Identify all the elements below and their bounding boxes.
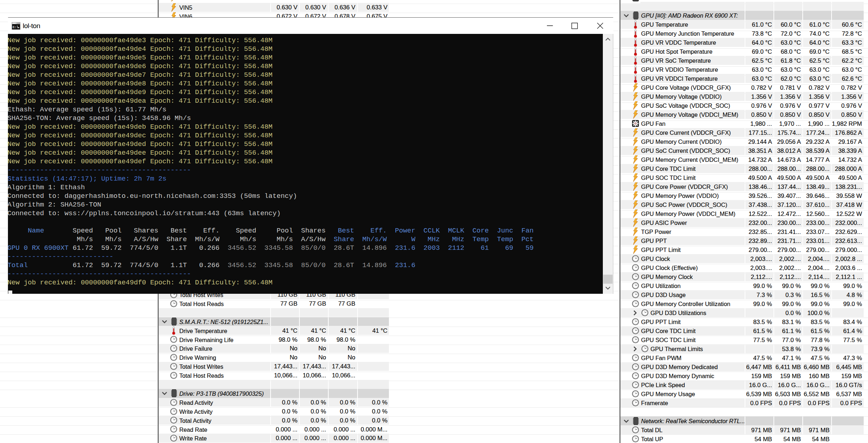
svg-text:C:\: C:\ <box>13 25 19 29</box>
